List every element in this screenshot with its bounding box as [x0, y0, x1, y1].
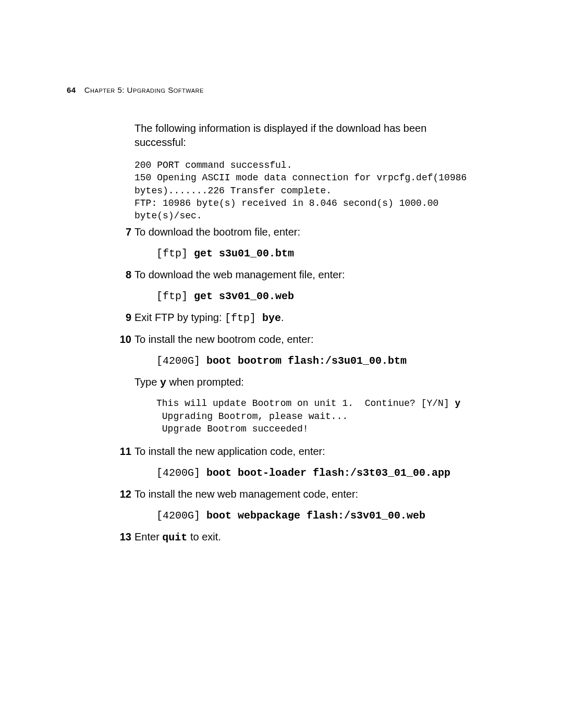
- cmd-bold: boot webpackage flash:/s3v01_00.web: [206, 510, 425, 522]
- step-10: 10 To install the new bootrom code, ente…: [134, 332, 496, 435]
- step-11: 11 To install the new application code, …: [134, 445, 496, 480]
- out-bold: y: [455, 398, 461, 409]
- step-9: 9 Exit FTP by typing: [ftp] bye.: [134, 311, 496, 325]
- step-text: Enter quit to exit.: [134, 530, 496, 545]
- step-text-pre: Enter: [134, 531, 162, 542]
- step-number: 13: [111, 530, 131, 544]
- type-y-text: Type y when prompted:: [134, 375, 496, 390]
- step-command: [ftp] get s3u01_00.btm: [156, 246, 496, 261]
- step-number: 7: [111, 225, 131, 239]
- step-text: To install the new application code, ent…: [134, 445, 496, 459]
- cmd-bold: quit: [162, 532, 187, 544]
- cmd-bold: get s3v01_00.web: [194, 290, 294, 302]
- out-pre: This will update Bootrom on unit 1. Cont…: [156, 398, 455, 409]
- step-number: 9: [111, 311, 131, 325]
- step-12: 12 To install the new web management cod…: [134, 487, 496, 523]
- step-body: Enter quit to exit.: [134, 530, 496, 545]
- chapter-label: Chapter 5: Upgrading Software: [84, 85, 204, 94]
- type-post: when prompted:: [166, 376, 244, 388]
- step-body: To download the web management file, ent…: [134, 268, 496, 303]
- code-block-bootrom-output: This will update Bootrom on unit 1. Cont…: [156, 397, 496, 435]
- cmd-prefix: [4200G]: [156, 355, 206, 367]
- step-number: 11: [111, 445, 131, 459]
- step-text: Exit FTP by typing: [ftp] bye.: [134, 311, 496, 325]
- step-8: 8 To download the web management file, e…: [134, 268, 496, 303]
- cmd-bold: boot boot-loader flash:/s3t03_01_00.app: [206, 467, 450, 479]
- step-text-post: to exit.: [187, 531, 221, 542]
- step-13: 13 Enter quit to exit.: [134, 530, 496, 545]
- step-body: To install the new application code, ent…: [134, 445, 496, 480]
- step-number: 12: [111, 487, 131, 501]
- cmd-prefix: [ftp]: [225, 312, 262, 324]
- step-command: [4200G] boot boot-loader flash:/s3t03_01…: [156, 466, 496, 480]
- type-bold: y: [160, 377, 166, 389]
- step-number: 10: [111, 332, 131, 347]
- page-number: 64: [67, 85, 76, 94]
- step-body: To install the new web management code, …: [134, 487, 496, 523]
- step-command: [ftp] get s3v01_00.web: [156, 289, 496, 303]
- intro-text: The following information is displayed i…: [134, 121, 468, 150]
- step-text-pre: Exit FTP by typing:: [134, 312, 225, 323]
- cmd-bold: get s3u01_00.btm: [194, 248, 294, 260]
- step-text: To download the web management file, ent…: [134, 268, 496, 282]
- cmd-prefix: [4200G]: [156, 510, 206, 522]
- type-pre: Type: [134, 376, 160, 388]
- step-7: 7 To download the bootrom file, enter: […: [134, 225, 496, 261]
- page-header: 64 Chapter 5: Upgrading Software: [67, 85, 204, 94]
- step-text: To install the new bootrom code, enter:: [134, 332, 496, 347]
- out-rest: Upgrading Bootrom, please wait... Upgrad…: [156, 411, 348, 434]
- code-block-ftp-output: 200 PORT command successful. 150 Opening…: [134, 159, 496, 222]
- step-command: [4200G] boot bootrom flash:/s3u01_00.btm: [156, 354, 496, 368]
- content: The following information is displayed i…: [134, 121, 496, 552]
- cmd-prefix: [ftp]: [156, 248, 194, 260]
- cmd-bold: boot bootrom flash:/s3u01_00.btm: [206, 355, 407, 367]
- step-body: To install the new bootrom code, enter: …: [134, 332, 496, 435]
- cmd-prefix: [4200G]: [156, 467, 206, 479]
- cmd-prefix: [ftp]: [156, 290, 194, 302]
- cmd-bold: bye: [262, 312, 281, 324]
- step-command: [4200G] boot webpackage flash:/s3v01_00.…: [156, 509, 496, 523]
- step-body: Exit FTP by typing: [ftp] bye.: [134, 311, 496, 325]
- step-number: 8: [111, 268, 131, 282]
- page: 64 Chapter 5: Upgrading Software The fol…: [0, 0, 563, 728]
- step-text-post: .: [281, 312, 284, 323]
- step-text: To download the bootrom file, enter:: [134, 225, 496, 239]
- step-text: To install the new web management code, …: [134, 487, 496, 501]
- step-body: To download the bootrom file, enter: [ft…: [134, 225, 496, 261]
